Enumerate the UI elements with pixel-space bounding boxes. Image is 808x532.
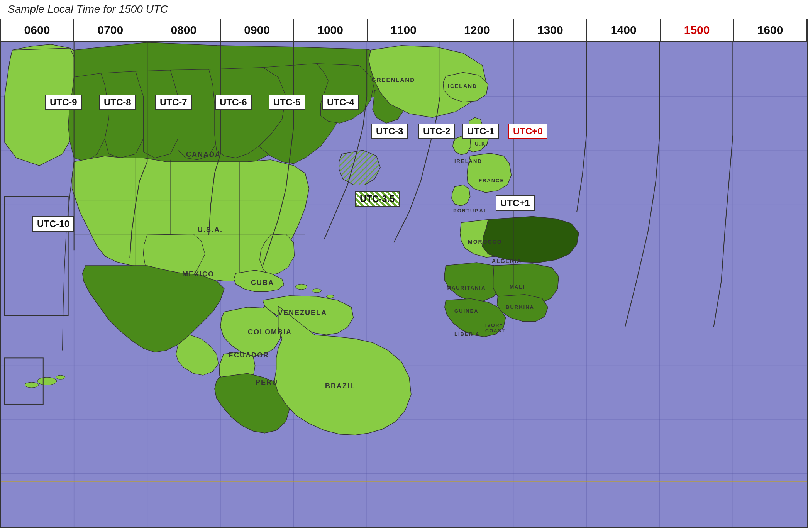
svg-marker-63 <box>467 153 512 193</box>
utc-label-6: UTC-6 <box>215 95 252 110</box>
svg-marker-66 <box>483 216 579 263</box>
svg-marker-59 <box>339 150 380 185</box>
time-0800: 0800 <box>147 19 221 41</box>
utc-label-7: UTC-7 <box>155 95 192 110</box>
utc-label-4: UTC-4 <box>322 95 359 110</box>
svg-point-45 <box>25 382 39 388</box>
utc-label-1: UTC-1 <box>462 124 499 139</box>
utc-label-8: UTC-8 <box>99 95 136 110</box>
svg-point-46 <box>56 375 65 379</box>
time-header: 0600 0700 0800 0900 1000 1100 1200 1300 … <box>1 19 807 42</box>
page-title: Sample Local Time for 1500 UTC <box>0 0 808 19</box>
time-1400: 1400 <box>587 19 661 41</box>
svg-point-44 <box>37 377 57 385</box>
time-0700: 0700 <box>74 19 147 41</box>
utc-label-2: UTC-2 <box>418 124 455 139</box>
time-1300: 1300 <box>514 19 587 41</box>
utc-label-9: UTC-9 <box>45 95 82 110</box>
map-container: 0600 0700 0800 0900 1000 1100 1200 1300 … <box>0 19 808 528</box>
time-1500: 1500 <box>661 19 734 41</box>
utc-label-plus1: UTC+1 <box>496 195 535 211</box>
svg-marker-64 <box>452 185 470 206</box>
svg-point-50 <box>296 284 307 290</box>
time-1200: 1200 <box>440 19 514 41</box>
time-1600: 1600 <box>734 19 807 41</box>
utc-label-10: UTC-10 <box>32 216 74 232</box>
utc-label-0: UTC+0 <box>508 124 547 139</box>
svg-point-52 <box>326 295 334 298</box>
time-0900: 0900 <box>221 19 294 41</box>
time-1000: 1000 <box>294 19 368 41</box>
time-0600: 0600 <box>1 19 74 41</box>
utc-label-35: UTC-3.5 <box>355 191 400 207</box>
svg-point-51 <box>312 289 321 293</box>
utc-label-3: UTC-3 <box>371 124 408 139</box>
utc-label-5: UTC-5 <box>269 95 305 110</box>
time-1100: 1100 <box>368 19 441 41</box>
